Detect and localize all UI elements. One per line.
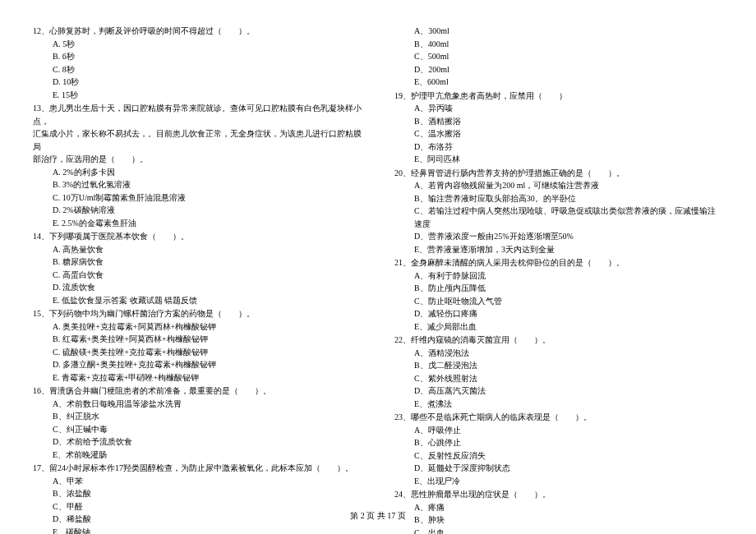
q15-opt-c: C. 硫酸镁+奥美拉唑+克拉霉素+枸橼酸铋钾 — [33, 346, 362, 359]
question-16: 16、胃溃疡合并幽门梗阻患者的术前准备，最重要的是（ ）。 A、术前数日每晚用温… — [33, 384, 362, 461]
q21-opt-a: A、有利于静脉回流 — [394, 269, 723, 283]
q22-opt-d: D、高压蒸汽灭菌法 — [394, 384, 723, 398]
q21-stem: 21、全身麻醉未清醒的病人采用去枕仰卧位的目的是（ ）。 — [394, 256, 723, 269]
q23-opt-b: B、心跳停止 — [394, 436, 723, 449]
q15-opt-b: B. 红霉素+奥美拉唑+阿莫西林+枸橼酸铋钾 — [33, 333, 362, 346]
q16-opt-d: D、术前给予流质饮食 — [33, 435, 362, 449]
q12-opt-b: B. 6秒 — [33, 50, 362, 63]
q16-opt-a: A、术前数日每晚用温等渗盐水洗胃 — [33, 398, 362, 411]
q15-opt-e: E. 青霉素+克拉霉素+甲硝唑+枸橼酸铋钾 — [33, 371, 362, 384]
q23-opt-d: D、延髓处于深度抑制状态 — [394, 462, 723, 475]
q22-opt-a: A、酒精浸泡法 — [394, 347, 723, 360]
left-column: 12、心肺复苏时，判断及评价呼吸的时间不得超过（ ）。 A. 5秒 B. 6秒 … — [33, 25, 362, 534]
q12-opt-c: C. 8秒 — [33, 63, 362, 76]
q14-stem: 14、下列哪项属于医院基本饮食（ ）。 — [33, 230, 362, 243]
q16-stem: 16、胃溃疡合并幽门梗阻患者的术前准备，最重要的是（ ）。 — [33, 384, 362, 398]
q24-stem: 24、恶性肿瘤最早出现的症状是（ ）。 — [394, 488, 723, 501]
q13-opt-c: C. 10万U/ml制霉菌素鱼肝油混悬溶液 — [33, 191, 362, 205]
question-15: 15、下列药物中均为幽门螺杆菌治疗方案的药物是（ ）。 A. 奥美拉唑+克拉霉素… — [33, 307, 362, 384]
question-19: 19、护理甲亢危象患者高热时，应禁用（ ） A、异丙嗪 B、酒精擦浴 C、温水擦… — [394, 90, 723, 166]
q19-opt-b: B、酒精擦浴 — [394, 115, 723, 128]
q17-opt-a: A、甲苯 — [33, 475, 362, 488]
q14-opt-a: A. 高热量饮食 — [33, 243, 362, 256]
q13-stem-3: 部治疗，应选用的是（ ）。 — [33, 153, 362, 166]
q18-opt-c: C、500ml — [394, 50, 723, 63]
question-17: 17、留24小时尿标本作17羟类固醇检查，为防止尿中激素被氧化，此标本应加（ ）… — [33, 462, 362, 534]
q17-stem: 17、留24小时尿标本作17羟类固醇检查，为防止尿中激素被氧化，此标本应加（ ）… — [33, 462, 362, 475]
page-content: 12、心肺复苏时，判断及评价呼吸的时间不得超过（ ）。 A. 5秒 B. 6秒 … — [33, 25, 723, 534]
q18-opt-b: B、400ml — [394, 38, 723, 51]
question-20: 20、经鼻胃管进行肠内营养支持的护理措施正确的是（ ）。 A、若胃内容物残留量为… — [394, 167, 723, 256]
q14-opt-c: C. 高蛋白饮食 — [33, 269, 362, 282]
q12-stem: 12、心肺复苏时，判断及评价呼吸的时间不得超过（ ）。 — [33, 25, 362, 38]
right-column: A、300ml B、400ml C、500ml D、200ml E、600ml … — [394, 25, 723, 534]
q12-opt-d: D. 10秒 — [33, 76, 362, 89]
q23-opt-e: E、出现尸冷 — [394, 475, 723, 488]
q18-opt-d: D、200ml — [394, 63, 723, 76]
q21-opt-b: B、防止颅内压降低 — [394, 282, 723, 295]
q13-opt-b: B. 3%的过氧化氢溶液 — [33, 178, 362, 191]
q14-opt-d: D. 流质饮食 — [33, 281, 362, 294]
q23-stem: 23、哪些不是临床死亡期病人的临床表现是（ ）。 — [394, 411, 723, 424]
q19-opt-c: C、温水擦浴 — [394, 127, 723, 140]
q17-opt-e: E、碳酸钠 — [33, 526, 362, 535]
q19-opt-a: A、异丙嗪 — [394, 102, 723, 115]
q13-opt-a: A. 2%的利多卡因 — [33, 166, 362, 179]
q17-opt-b: B、浓盐酸 — [33, 487, 362, 500]
q18-opt-e: E、600ml — [394, 76, 723, 89]
q13-stem-2: 汇集成小片，家长称不易拭去，。目前患儿饮食正常，无全身症状，为该患儿进行口腔粘膜… — [33, 127, 362, 153]
q19-opt-d: D、布洛芬 — [394, 140, 723, 154]
q22-opt-e: E、煮沸法 — [394, 398, 723, 411]
question-14: 14、下列哪项属于医院基本饮食（ ）。 A. 高热量饮食 B. 糖尿病饮食 C.… — [33, 230, 362, 306]
q16-opt-c: C、纠正碱中毒 — [33, 423, 362, 436]
q12-opt-a: A. 5秒 — [33, 38, 362, 51]
page-footer: 第 2 页 共 17 页 — [0, 510, 756, 522]
q15-opt-d: D. 多潘立酮+奥美拉唑+克拉霉素+枸橼酸铋钾 — [33, 358, 362, 371]
question-23: 23、哪些不是临床死亡期病人的临床表现是（ ）。 A、呼吸停止 B、心跳停止 C… — [394, 411, 723, 487]
q13-stem-1: 13、患儿男出生后十天，因口腔粘膜有异常来院就诊。查体可见口腔粘膜有白色乳凝块样… — [33, 102, 362, 127]
q13-opt-d: D. 2%碳酸钠溶液 — [33, 204, 362, 217]
q18-opt-a: A、300ml — [394, 25, 723, 38]
question-12: 12、心肺复苏时，判断及评价呼吸的时间不得超过（ ）。 A. 5秒 B. 6秒 … — [33, 25, 362, 101]
q19-opt-e: E、阿司匹林 — [394, 153, 723, 166]
q24-opt-c: C、出血 — [394, 527, 723, 535]
q15-stem: 15、下列药物中均为幽门螺杆菌治疗方案的药物是（ ）。 — [33, 307, 362, 320]
q20-opt-a: A、若胃内容物残留量为200 ml，可继续输注营养液 — [394, 179, 723, 192]
q22-opt-b: B、戊二醛浸泡法 — [394, 359, 723, 372]
q13-opt-e: E. 2.5%的金霉素鱼肝油 — [33, 217, 362, 230]
q15-opt-a: A. 奥美拉唑+克拉霉素+阿莫西林+枸橼酸铋钾 — [33, 320, 362, 334]
question-22: 22、纤维内窥镜的消毒灭菌宜用（ ）。 A、酒精浸泡法 B、戊二醛浸泡法 C、紫… — [394, 334, 723, 410]
q21-opt-c: C、防止呕吐物流入气管 — [394, 295, 723, 308]
q14-opt-e: E. 低盐饮食显示答案 收藏试题 错题反馈 — [33, 294, 362, 307]
q20-opt-e: E、营养液量逐渐增加，3天内达到全量 — [394, 243, 723, 256]
q21-opt-e: E、减少局部出血 — [394, 320, 723, 334]
q12-opt-e: E. 15秒 — [33, 89, 362, 102]
q23-opt-a: A、呼吸停止 — [394, 424, 723, 437]
q22-opt-c: C、紫外线照射法 — [394, 372, 723, 385]
q23-opt-c: C、反射性反应消失 — [394, 449, 723, 463]
q21-opt-d: D、减轻伤口疼痛 — [394, 307, 723, 320]
q19-stem: 19、护理甲亢危象患者高热时，应禁用（ ） — [394, 90, 723, 103]
q22-stem: 22、纤维内窥镜的消毒灭菌宜用（ ）。 — [394, 334, 723, 347]
q20-opt-b: B、输注营养液时应取头部抬高30。的半卧位 — [394, 192, 723, 205]
q16-opt-b: B、纠正脱水 — [33, 410, 362, 423]
q16-opt-e: E、术前晚灌肠 — [33, 449, 362, 462]
q20-opt-c: C、若输注过程中病人突然出现呛咳、呼吸急促或咳出类似营养液的痰，应减慢输注速度 — [394, 205, 723, 230]
q20-stem: 20、经鼻胃管进行肠内营养支持的护理措施正确的是（ ）。 — [394, 167, 723, 180]
question-21: 21、全身麻醉未清醒的病人采用去枕仰卧位的目的是（ ）。 A、有利于静脉回流 B… — [394, 256, 723, 333]
question-18-opts: A、300ml B、400ml C、500ml D、200ml E、600ml — [394, 25, 723, 89]
q14-opt-b: B. 糖尿病饮食 — [33, 255, 362, 269]
q20-opt-d: D、营养液浓度一般由25%开始逐渐增至50% — [394, 230, 723, 243]
question-13: 13、患儿男出生后十天，因口腔粘膜有异常来院就诊。查体可见口腔粘膜有白色乳凝块样… — [33, 102, 362, 229]
